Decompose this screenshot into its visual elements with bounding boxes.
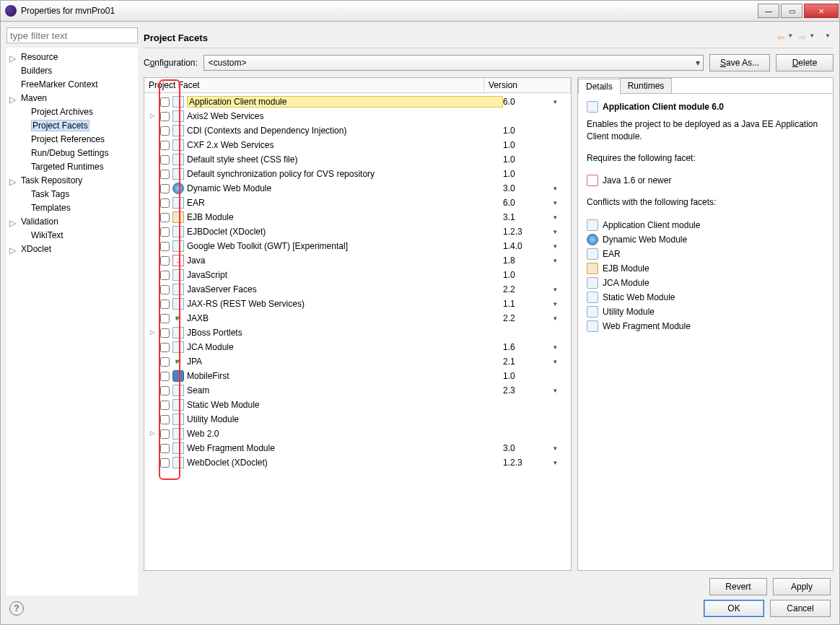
- facet-checkbox[interactable]: [160, 256, 170, 266]
- facet-row[interactable]: JAX-RS (REST Web Services)1.1▾: [144, 297, 571, 311]
- forward-menu-icon[interactable]: ▼: [809, 32, 815, 43]
- facet-checkbox[interactable]: [160, 372, 170, 381]
- facet-row[interactable]: CXF 2.x Web Services1.0: [144, 138, 571, 152]
- apply-button[interactable]: Apply: [773, 578, 831, 595]
- tab-runtimes[interactable]: Runtimes: [620, 78, 673, 93]
- chevron-right-icon[interactable]: ▷: [149, 328, 156, 336]
- facet-checkbox[interactable]: [160, 242, 170, 251]
- cancel-button[interactable]: Cancel: [770, 600, 831, 617]
- chevron-right-icon[interactable]: ▷: [9, 93, 17, 100]
- col-project-facet[interactable]: Project Facet: [144, 78, 484, 92]
- facet-row[interactable]: EJBDoclet (XDoclet)1.2.3▾: [144, 224, 571, 239]
- back-menu-icon[interactable]: ▼: [787, 32, 793, 43]
- facet-row[interactable]: JCA Module1.6▾: [144, 340, 571, 354]
- facet-checkbox[interactable]: [160, 328, 170, 338]
- facet-row[interactable]: ▷Web 2.0: [144, 427, 571, 441]
- view-menu-icon[interactable]: ▼: [825, 32, 831, 43]
- facet-row[interactable]: ⇄JPA2.1▾: [144, 354, 571, 369]
- facet-row[interactable]: Static Web Module: [144, 398, 571, 412]
- version-dropdown-icon[interactable]: ▾: [554, 358, 571, 365]
- facet-checkbox[interactable]: [160, 285, 170, 294]
- nav-item[interactable]: Task Tags: [8, 188, 136, 201]
- close-button[interactable]: ✕: [804, 4, 839, 18]
- ok-button[interactable]: OK: [704, 600, 764, 617]
- facet-checkbox[interactable]: [160, 184, 170, 193]
- facet-checkbox[interactable]: [160, 401, 170, 410]
- version-dropdown-icon[interactable]: ▾: [554, 459, 571, 466]
- facet-row[interactable]: MobileFirst1.0: [144, 369, 571, 383]
- nav-item[interactable]: Run/Debug Settings: [8, 147, 136, 160]
- col-version[interactable]: Version: [484, 78, 571, 92]
- facet-checkbox[interactable]: [160, 314, 170, 323]
- facet-row[interactable]: JJava1.8▾: [144, 253, 571, 268]
- facet-row[interactable]: Application Client module6.0▾: [144, 95, 571, 109]
- configuration-combo[interactable]: <custom>: [204, 55, 704, 71]
- facet-checkbox[interactable]: [160, 357, 170, 367]
- facet-row[interactable]: EAR6.0▾: [144, 196, 571, 210]
- facet-body[interactable]: Application Client module6.0▾▷Axis2 Web …: [144, 93, 571, 570]
- facet-checkbox[interactable]: [160, 155, 170, 165]
- version-dropdown-icon[interactable]: ▾: [554, 445, 571, 452]
- version-dropdown-icon[interactable]: ▾: [554, 344, 571, 351]
- facet-row[interactable]: EJB Module3.1▾: [144, 210, 571, 224]
- version-dropdown-icon[interactable]: ▾: [554, 257, 571, 264]
- nav-item[interactable]: FreeMarker Context: [8, 78, 136, 92]
- facet-row[interactable]: ⇄JAXB2.2▾: [144, 311, 571, 325]
- help-icon[interactable]: ?: [9, 601, 24, 616]
- nav-item[interactable]: ▷XDoclet: [8, 242, 136, 256]
- chevron-right-icon[interactable]: ▷: [149, 112, 156, 119]
- facet-checkbox[interactable]: [160, 126, 170, 136]
- facet-row[interactable]: JavaServer Faces2.2▾: [144, 282, 571, 297]
- chevron-right-icon[interactable]: ▷: [9, 244, 17, 251]
- version-dropdown-icon[interactable]: ▾: [554, 387, 571, 394]
- nav-item[interactable]: ▷Task Repository: [8, 174, 136, 188]
- tab-details[interactable]: Details: [578, 79, 621, 94]
- facet-checkbox[interactable]: [160, 343, 170, 352]
- facet-row[interactable]: Seam2.3▾: [144, 383, 571, 398]
- facet-checkbox[interactable]: [160, 198, 170, 208]
- chevron-right-icon[interactable]: ▷: [149, 429, 156, 437]
- maximize-button[interactable]: ▭: [781, 4, 802, 18]
- facet-checkbox[interactable]: [160, 300, 170, 309]
- version-dropdown-icon[interactable]: ▾: [554, 315, 571, 322]
- facet-row[interactable]: Web Fragment Module3.0▾: [144, 441, 571, 455]
- save-as-button[interactable]: Save As...: [709, 54, 770, 71]
- facet-checkbox[interactable]: [160, 141, 170, 150]
- facet-row[interactable]: WebDoclet (XDoclet)1.2.3▾: [144, 455, 571, 470]
- nav-item[interactable]: ▷Resource: [8, 51, 136, 64]
- forward-icon[interactable]: ⇨: [799, 32, 806, 43]
- nav-tree[interactable]: ▷ResourceBuildersFreeMarker Context▷Mave…: [6, 48, 138, 595]
- version-dropdown-icon[interactable]: ▾: [554, 228, 571, 235]
- facet-checkbox[interactable]: [160, 97, 170, 107]
- facet-row[interactable]: Google Web Toolkit (GWT) [Experimental]1…: [144, 239, 571, 253]
- nav-item[interactable]: Project Facets: [8, 119, 136, 133]
- facet-checkbox[interactable]: [160, 386, 170, 395]
- minimize-button[interactable]: —: [758, 4, 779, 18]
- delete-button[interactable]: Delete: [776, 54, 834, 71]
- nav-item[interactable]: ▷Validation: [8, 215, 136, 229]
- chevron-right-icon[interactable]: ▷: [9, 175, 17, 183]
- nav-item[interactable]: WikiText: [8, 229, 136, 242]
- facet-row[interactable]: ▷JBoss Portlets: [144, 325, 571, 340]
- revert-button[interactable]: Revert: [709, 578, 767, 595]
- facet-row[interactable]: Default synchronization policy for CVS r…: [144, 167, 571, 181]
- facet-checkbox[interactable]: [160, 444, 170, 453]
- version-dropdown-icon[interactable]: ▾: [554, 199, 571, 206]
- facet-checkbox[interactable]: [160, 271, 170, 280]
- facet-checkbox[interactable]: [160, 213, 170, 222]
- nav-item[interactable]: Project Archives: [8, 105, 136, 119]
- facet-checkbox[interactable]: [160, 170, 170, 179]
- facet-checkbox[interactable]: [160, 458, 170, 468]
- back-icon[interactable]: ⇦: [777, 32, 784, 43]
- facet-checkbox[interactable]: [160, 415, 170, 424]
- nav-item[interactable]: Project References: [8, 133, 136, 147]
- facet-row[interactable]: Default style sheet (CSS file)1.0: [144, 152, 571, 167]
- version-dropdown-icon[interactable]: ▾: [554, 300, 571, 307]
- nav-item[interactable]: Templates: [8, 201, 136, 215]
- nav-item[interactable]: Builders: [8, 64, 136, 78]
- facet-row[interactable]: CDI (Contexts and Dependency Injection)1…: [144, 123, 571, 138]
- version-dropdown-icon[interactable]: ▾: [554, 242, 571, 250]
- facet-checkbox[interactable]: [160, 429, 170, 439]
- nav-filter-input[interactable]: [6, 27, 138, 43]
- version-dropdown-icon[interactable]: ▾: [554, 185, 571, 192]
